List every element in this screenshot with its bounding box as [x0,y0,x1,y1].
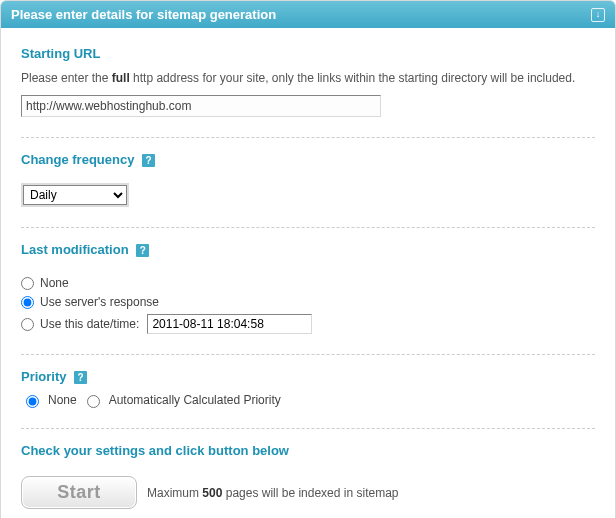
divider [21,354,595,355]
starting-url-heading: Starting URL [21,46,595,61]
last-modification-heading: Last modification ? [21,242,595,257]
starting-url-desc: Please enter the full http address for y… [21,69,595,87]
lastmod-radio-none[interactable] [21,277,34,290]
sitemap-form-panel: Please enter details for sitemap generat… [0,0,616,518]
panel-title: Please enter details for sitemap generat… [11,7,276,22]
change-frequency-select[interactable]: Daily [23,185,127,205]
lastmod-radio-date[interactable] [21,318,34,331]
help-icon[interactable]: ? [136,244,149,257]
priority-heading: Priority ? [21,369,595,384]
start-button[interactable]: Start [21,476,137,509]
lastmod-label-none: None [40,276,69,290]
priority-radio-auto[interactable] [87,395,100,408]
panel-header: Please enter details for sitemap generat… [1,1,615,28]
priority-label-auto: Automatically Calculated Priority [109,393,281,407]
lastmod-date-input[interactable] [147,314,312,334]
divider [21,137,595,138]
lastmod-radio-server[interactable] [21,296,34,309]
collapse-icon[interactable]: ↓ [591,8,605,22]
divider [21,227,595,228]
priority-radio-none[interactable] [26,395,39,408]
start-note: Maximum 500 pages will be indexed in sit… [147,486,398,500]
lastmod-label-server: Use server's response [40,295,159,309]
change-frequency-heading: Change frequency ? [21,152,595,167]
divider [21,428,595,429]
priority-label-none: None [48,393,77,407]
starting-url-input[interactable] [21,95,381,117]
help-icon[interactable]: ? [74,371,87,384]
start-heading: Check your settings and click button bel… [21,443,595,458]
lastmod-label-date: Use this date/time: [40,317,139,331]
help-icon[interactable]: ? [142,154,155,167]
